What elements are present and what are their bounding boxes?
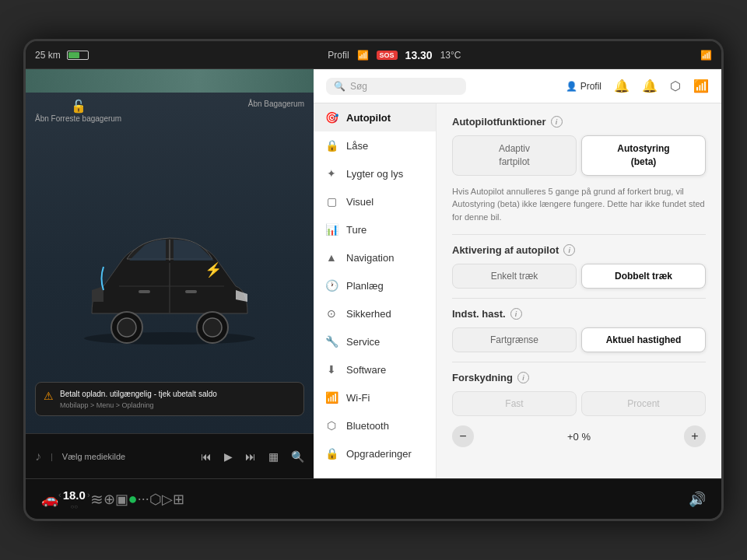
nav-item-planlaeg[interactable]: 🕐 Planlæg [314, 271, 436, 299]
aktivering-label: Aktivering af autopilot [452, 244, 559, 256]
car-illustration: ⚡ [61, 212, 279, 352]
distance-label: 25 km [35, 50, 61, 61]
task-bluetooth2[interactable]: ⬡ [149, 491, 162, 508]
grid-task-icon: ⊞ [173, 491, 184, 508]
prev-button[interactable]: ⏮ [201, 450, 212, 463]
svg-rect-8 [139, 290, 150, 293]
media-divider: | [51, 452, 53, 461]
nav-item-visuel[interactable]: ▢ Visuel [314, 187, 436, 215]
wifi-header-icon[interactable]: 📶 [693, 79, 709, 93]
task-ctrl[interactable]: ⊕ [103, 491, 115, 508]
inst-hast-title: Indst. hast. i [452, 308, 706, 320]
slider-minus-btn[interactable]: − [452, 425, 474, 447]
nav-item-opgraderinger[interactable]: 🔒 Opgraderinger [314, 439, 436, 467]
nav-item-service[interactable]: 🔧 Service [314, 327, 436, 355]
nav-label-planlaeg: Planlæg [346, 280, 384, 292]
bluetooth-header-icon[interactable]: ⬡ [670, 79, 681, 93]
visual-icon: ▢ [324, 195, 338, 208]
nav-item-wifi[interactable]: 📶 Wi-Fi [314, 383, 436, 411]
procent-btn[interactable]: Procent [581, 391, 706, 416]
bluetooth-task-icon: ⬡ [149, 491, 162, 508]
rear-trunk-label[interactable]: Åbn Bagagerum [248, 99, 304, 110]
autopilot-icon: 🎯 [324, 111, 338, 124]
svg-rect-9 [185, 290, 197, 293]
task-play[interactable]: ▷ [162, 491, 173, 508]
sos-badge: SOS [377, 51, 398, 60]
slider-value: +0 % [482, 431, 676, 443]
media-source-label[interactable]: Vælg mediekilde [62, 452, 125, 461]
nav-label-lygter: Lygter og lys [346, 168, 403, 180]
car-top-info: 🔓 Åbn Forreste bagagerum Åbn Bagagerum [26, 93, 314, 131]
next-button[interactable]: ⏭ [245, 450, 256, 463]
wifi-nav-icon: 📶 [324, 391, 338, 404]
nav-item-ture[interactable]: 📊 Ture [314, 215, 436, 243]
autopilot-info-icon[interactable]: i [551, 116, 563, 128]
dobbelt-traek-btn[interactable]: Dobbelt træk [581, 264, 706, 289]
nav-item-lygter[interactable]: ✦ Lygter og lys [314, 159, 436, 187]
nav-item-bluetooth[interactable]: ⬡ Bluetooth [314, 411, 436, 439]
play-button[interactable]: ▶ [224, 450, 233, 463]
forskydning-title: Forskydning i [452, 372, 706, 383]
nav-label-service: Service [346, 336, 380, 348]
main-area: 🔓 Åbn Forreste bagagerum Åbn Bagagerum [26, 69, 721, 478]
equalizer-button[interactable]: ▦ [268, 450, 279, 463]
task-more[interactable]: ··· [138, 491, 149, 507]
svg-point-7 [203, 318, 222, 337]
lights-icon: ✦ [324, 167, 338, 180]
adaptiv-fartpilot-btn[interactable]: Adaptivfartpilot [452, 135, 577, 176]
profile-button[interactable]: 👤 Profil [566, 81, 601, 92]
search-placeholder: Søg [350, 81, 367, 92]
procent-label: Procent [627, 398, 659, 409]
slider-plus-btn[interactable]: + [684, 425, 706, 447]
task-grid[interactable]: ⊞ [173, 491, 184, 508]
task-spotify[interactable]: ● [128, 490, 138, 508]
more-icon: ··· [138, 491, 149, 507]
search-media-button[interactable]: 🔍 [291, 450, 304, 463]
task-screen[interactable]: ▣ [115, 491, 128, 508]
volume-icon: 🔊 [689, 491, 706, 508]
nav-label-visuel: Visuel [346, 196, 374, 208]
nav-label-bluetooth: Bluetooth [346, 420, 389, 432]
charging-alert[interactable]: ⚠ Betalt opladn. utilgængelig - tjek ube… [35, 382, 304, 416]
play-task-icon: ▷ [162, 491, 173, 508]
aktivering-info-icon[interactable]: i [563, 244, 575, 256]
divider-2 [452, 298, 706, 299]
inst-hast-info-icon[interactable]: i [510, 308, 522, 320]
autostyring-btn[interactable]: Autostyring(beta) [581, 135, 706, 176]
status-right: 📶 [700, 50, 712, 61]
map-strip [26, 69, 314, 93]
fartgraense-btn[interactable]: Fartgrænse [452, 327, 577, 352]
nav-item-sikkerhed[interactable]: ⊙ Sikkerhed [314, 299, 436, 327]
nav-item-autopilot[interactable]: 🎯 Autopilot [314, 103, 436, 131]
profile-person-icon: 👤 [566, 81, 577, 92]
bell-icon[interactable]: 🔔 [642, 79, 658, 93]
ctrl-icon: ⊕ [103, 491, 115, 508]
task-temp[interactable]: ‹ 18.0 › ○○ [58, 488, 90, 510]
alert-sub: Mobilapp > Menu > Opladning [60, 401, 217, 409]
aktuel-hastighed-btn[interactable]: Aktuel hastighed [581, 327, 706, 352]
alert-icon: ⚠ [44, 390, 54, 402]
fast-btn[interactable]: Fast [452, 391, 577, 416]
task-volume[interactable]: 🔊 [689, 491, 706, 508]
car-task-icon: 🚗 [41, 491, 58, 508]
nav-item-software[interactable]: ⬇ Software [314, 355, 436, 383]
nav-item-lase[interactable]: 🔒 Låse [314, 131, 436, 159]
svg-point-5 [117, 318, 136, 337]
time-display: 13.30 [405, 49, 433, 61]
trips-icon: 📊 [324, 223, 338, 236]
forskydning-info-icon[interactable]: i [517, 372, 529, 383]
forskydning-label: Forskydning [452, 372, 513, 383]
temp-value: 18.0 [63, 488, 86, 502]
search-bar[interactable]: 🔍 Søg [326, 78, 466, 95]
task-heat[interactable]: ≋ [90, 490, 103, 509]
task-car[interactable]: 🚗 [41, 491, 58, 508]
bluetooth-nav-icon: ⬡ [324, 419, 338, 432]
front-trunk-label[interactable]: 🔓 Åbn Forreste bagagerum [35, 99, 121, 124]
divider-3 [452, 362, 706, 362]
notification-icon[interactable]: 🔔 [614, 79, 630, 93]
enkelt-traek-btn[interactable]: Enkelt træk [452, 264, 577, 289]
enkelt-label: Enkelt træk [491, 271, 538, 282]
wifi-status-icon: 📶 [700, 50, 712, 61]
nav-item-navigation[interactable]: ▲ Navigation [314, 243, 436, 271]
music-icon: ♪ [35, 450, 41, 464]
